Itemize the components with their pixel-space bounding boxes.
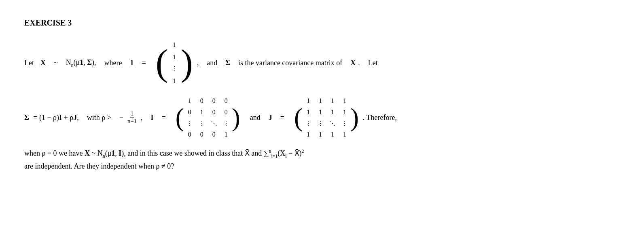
col-vector: ( 1 1 ⋮ 1 )	[156, 39, 193, 87]
I-bold: I	[151, 112, 154, 124]
line3: when ρ = 0 we have X ~ Nn(μ1, I), and in…	[24, 147, 620, 173]
identity-content: 1000 0100 ⋮⋮⋱⋮ 0001	[184, 94, 232, 141]
left-paren-I: (	[176, 105, 184, 130]
variance-text: is the variance covariance matrix of	[238, 57, 342, 69]
J-equals: =	[280, 112, 284, 124]
left-paren: (	[156, 45, 168, 81]
sigma-formula: = (1 − ρ)I + ρJ,	[32, 112, 79, 124]
exercise-title: EXERCISE 3	[24, 16, 620, 29]
where-text: where	[104, 57, 122, 69]
therefore-text: . Therefore,	[363, 112, 397, 124]
I-equals: =	[162, 112, 166, 124]
right-paren-J: )	[350, 105, 359, 130]
line3-text: when ρ = 0 we have X ~ Nn(μ1, I), and in…	[24, 149, 304, 157]
with-rho: with ρ >	[87, 112, 111, 124]
fraction: 1 n−1	[127, 110, 138, 125]
left-paren-J: (	[294, 105, 303, 130]
sim-symbol: ~	[54, 57, 58, 69]
identity-matrix: ( 1000 0100 ⋮⋮⋱⋮ 0001 )	[176, 94, 240, 141]
let-text: Let	[24, 57, 34, 69]
one-bold: 1	[130, 57, 134, 69]
right-paren-I: )	[232, 105, 240, 130]
comma-I: ,	[141, 112, 143, 124]
X-bold-2: X	[350, 57, 356, 69]
distribution: Nn(μ1, Σ),	[66, 57, 96, 69]
let-2: Let	[368, 57, 378, 69]
equals-sign: =	[142, 57, 146, 69]
line2: Σ = (1 − ρ)I + ρJ, with ρ > − 1 n−1 , I …	[24, 94, 620, 141]
line3-end: are independent. Are they independent wh…	[24, 162, 174, 170]
ones-matrix: ( 1111 1111 ⋮⋮⋱⋮ 1111 )	[294, 94, 359, 141]
and-text-2: and	[250, 112, 261, 124]
line1: Let X ~ Nn(μ1, Σ), where 1 = ( 1 1 ⋮ 1 )…	[24, 39, 620, 87]
neg-frac: −	[119, 112, 123, 124]
right-paren: )	[181, 45, 193, 81]
comma-after-vec: ,	[197, 57, 199, 69]
J-bold: J	[269, 112, 272, 124]
sigma-bold: Σ	[225, 57, 230, 69]
vector-content: 1 1 ⋮ 1	[168, 39, 181, 87]
ones-content: 1111 1111 ⋮⋮⋱⋮ 1111	[303, 94, 350, 141]
and-text: and	[207, 57, 217, 69]
X-bold: X	[40, 57, 46, 69]
sigma-eq: Σ	[24, 112, 29, 124]
exercise-content: EXERCISE 3 Let X ~ Nn(μ1, Σ), where 1 = …	[24, 16, 620, 173]
